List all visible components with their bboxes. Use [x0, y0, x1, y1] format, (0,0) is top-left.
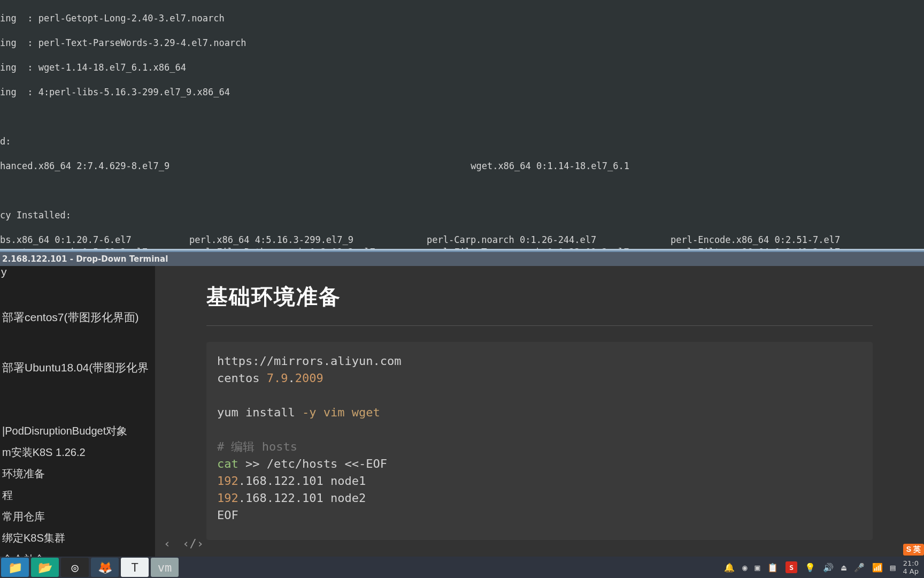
installed-row: hanced.x86_64 2:7.4.629-8.el7_9 wget.x86… [0, 160, 924, 172]
obs-icon[interactable]: ◎ [61, 558, 89, 577]
lower-pane: y 部署centos7(带图形化界面) 部署Ubuntu18.04(带图形化界 … [0, 266, 924, 558]
system-tray: 🔔 ◉ ▣ 📋 S 💡 🔊 ⏏ 🎤 📶 ▤ 21:0 4 Ap [724, 557, 924, 578]
install-line: ing : perl-Text-ParseWords-3.29-4.el7.no… [0, 37, 924, 49]
back-nav-icon[interactable]: ‹ [164, 537, 171, 550]
terminal-output[interactable]: ing : perl-Getopt-Long-2.40-3.el7.noarch… [0, 0, 924, 249]
sidebar-item[interactable]: y [0, 266, 155, 278]
volume-icon[interactable]: 🔊 [823, 562, 834, 573]
install-line: ing : 4:perl-libs-5.16.3-299.el7_9.x86_6… [0, 86, 924, 98]
firefox-icon[interactable]: 🦊 [91, 558, 119, 577]
ime-badge[interactable]: S 英 [903, 544, 924, 556]
document-main: 基础环境准备 https://mirrors.aliyun.com centos… [155, 266, 924, 558]
sidebar-item-centos7[interactable]: 部署centos7(带图形化界面) [0, 307, 155, 328]
section-label: d: [0, 135, 924, 148]
box-icon[interactable]: ▣ [755, 562, 760, 573]
document-heading: 基础环境准备 [206, 282, 873, 326]
files-app-icon[interactable]: 📁 [1, 558, 29, 577]
text-editor-icon[interactable]: T [121, 558, 149, 577]
sidebar-item-pdb[interactable]: |PodDisruptionBudget对象 [0, 420, 155, 442]
bell-icon[interactable]: 🔔 [724, 562, 735, 573]
wifi-icon[interactable]: 📶 [872, 562, 883, 573]
vm-icon[interactable]: vm [151, 558, 179, 577]
file-manager-icon[interactable]: 📂 [31, 558, 59, 577]
sidebar-item-ubuntu[interactable]: 部署Ubuntu18.04(带图形化界 [0, 357, 155, 378]
clock[interactable]: 21:0 4 Ap [903, 559, 919, 575]
package-grid: bs.x86_64 0:1.20.7-6.el7perl.x86_64 4:5.… [0, 234, 924, 249]
sidebar-item-bind[interactable]: 绑定K8S集群 [0, 527, 155, 549]
sogou-ime-icon[interactable]: S [786, 561, 797, 573]
dep-header: cy Installed: [0, 209, 924, 222]
menu-icon[interactable]: ▤ [890, 562, 896, 573]
record-icon[interactable]: ◉ [742, 562, 748, 573]
taskbar[interactable]: 📁 📂 ◎ 🦊 T vm 🔔 ◉ ▣ 📋 S 💡 🔊 ⏏ 🎤 📶 ▤ 21:0 … [0, 557, 924, 578]
mic-icon[interactable]: 🎤 [854, 562, 865, 573]
sidebar-item-env[interactable]: 环境准备 [0, 463, 155, 484]
window-title: 2.168.122.101 - Drop-Down Terminal [2, 254, 168, 264]
install-line: ing : wget-1.14-18.el7_6.1.x86_64 [0, 62, 924, 74]
editor-bottom-toolbar: ‹ ‹/› [155, 529, 924, 558]
sidebar-item-cheng[interactable]: 程 [0, 484, 155, 506]
sidebar-item-repo[interactable]: 常用仓库 [0, 506, 155, 527]
clipboard-icon[interactable]: 📋 [767, 562, 778, 573]
install-line: ing : perl-Getopt-Long-2.40-3.el7.noarch [0, 12, 924, 25]
code-block[interactable]: https://mirrors.aliyun.com centos 7.9.20… [206, 342, 873, 540]
code-view-icon[interactable]: ‹/› [182, 537, 204, 550]
usb-icon[interactable]: ⏏ [841, 562, 846, 573]
window-titlebar[interactable]: 2.168.122.101 - Drop-Down Terminal [0, 252, 924, 266]
sidebar-item-k8s[interactable]: m安装K8S 1.26.2 [0, 442, 155, 463]
taskbar-left: 📁 📂 ◎ 🦊 T vm [0, 557, 180, 578]
bulb-icon[interactable]: 💡 [805, 562, 815, 573]
sidebar[interactable]: y 部署centos7(带图形化界面) 部署Ubuntu18.04(带图形化界 … [0, 266, 155, 558]
